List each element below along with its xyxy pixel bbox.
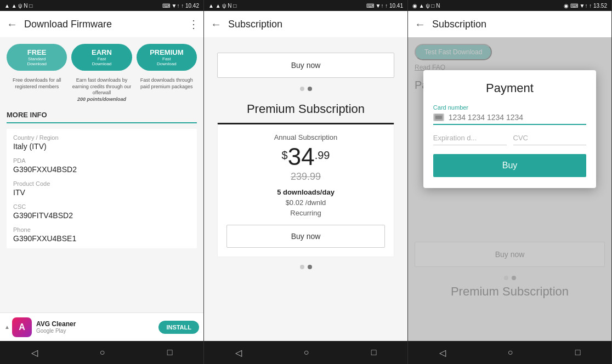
content-1: FREE StandardDownload EARN FastDownload … [0, 37, 203, 312]
nav-home-2[interactable]: ○ [293, 343, 320, 362]
product-code-label: Product Code [13, 180, 190, 187]
pda-label: PDA [13, 157, 190, 164]
cvc-field[interactable]: CVC [513, 133, 587, 145]
status-bar-3: ◉ ▲ ψ □ N ◉ ⌨ ▼↑ ↑ 13.52 [408, 0, 611, 11]
panel-subscription: ▲ ▲ ψ N □ ⌨ ▼↑ ↑ 10.41 ← Subscription Bu… [204, 0, 408, 364]
price-strikethrough: 239.99 [226, 171, 385, 183]
card-feature-2: $0.02 /dwnld [226, 198, 385, 207]
expiry-field[interactable]: Expiration d... [433, 133, 507, 145]
expiry-cvc-row: Expiration d... CVC [433, 133, 586, 145]
earn-option-badge[interactable]: EARN FastDownload [71, 44, 132, 71]
ad-app-icon: A [12, 317, 32, 337]
csc-label: CSC [13, 203, 190, 210]
dot-b2 [308, 265, 312, 269]
device-info-block: Country / Region Italy (ITV) PDA G390FXX… [7, 129, 197, 248]
dot-b1 [300, 265, 304, 269]
more-menu-icon-1[interactable]: ⋮ [188, 18, 199, 31]
download-options: FREE StandardDownload EARN FastDownload … [7, 44, 197, 71]
nav-bar-3: ◁ ○ □ [408, 341, 611, 364]
pda-field: PDA G390FXXU4BSD2 [13, 157, 190, 174]
price-cents: .99 [315, 149, 330, 162]
product-code-value: ITV [13, 188, 190, 197]
nav-recent-2[interactable]: □ [360, 343, 388, 362]
nav-recent-3[interactable]: □ [564, 343, 592, 362]
country-field: Country / Region Italy (ITV) [13, 134, 190, 151]
premium-desc: Fast downloads through paid premium pack… [137, 77, 197, 103]
free-badge-sub: StandardDownload [10, 56, 64, 66]
panel-download-firmware: ▲ ▲ ψ N □ ⌨ ▼↑ ↑ 10.42 ← Download Firmwa… [0, 0, 204, 364]
app-bar-1: ← Download Firmware ⋮ [0, 11, 203, 37]
ad-store-name: Google Play [36, 328, 158, 334]
nav-home-1[interactable]: ○ [89, 343, 116, 362]
back-button-1[interactable]: ← [4, 16, 20, 33]
pda-value: G390FXXU4BSD2 [13, 165, 190, 174]
status-left-3: ◉ ▲ ψ □ N [412, 3, 440, 9]
nav-bar-2: ◁ ○ □ [204, 341, 407, 364]
earn-desc: Earn fast downloads by earning credits t… [71, 77, 132, 103]
card-subtitle: Annual Subscription [226, 133, 385, 141]
nav-home-3[interactable]: ○ [497, 343, 524, 362]
ad-text: AVG Cleaner Google Play [36, 320, 158, 334]
buy-now-top-button[interactable]: Buy now [217, 53, 394, 78]
install-button[interactable]: INSTALL [158, 321, 199, 334]
dots-indicator-bottom [217, 265, 394, 269]
subscription-content: Buy now Premium Subscription Annual Subs… [211, 44, 401, 278]
card-number-label: Card number [433, 104, 586, 111]
status-left-2: ▲ ▲ ψ N □ [208, 3, 236, 9]
card-number-row[interactable] [433, 113, 586, 125]
cvc-placeholder: CVC [513, 134, 528, 142]
premium-badge-title: PREMIUM [140, 48, 194, 56]
product-code-field: Product Code ITV [13, 180, 190, 197]
status-bar-1: ▲ ▲ ψ N □ ⌨ ▼↑ ↑ 10.42 [0, 0, 203, 11]
csc-field: CSC G390FITV4BSD2 [13, 203, 190, 220]
expiry-placeholder: Expiration d... [433, 134, 477, 142]
nav-back-2[interactable]: ◁ [224, 343, 253, 362]
free-option-badge[interactable]: FREE StandardDownload [7, 44, 67, 71]
ad-app-name: AVG Cleaner [36, 320, 158, 328]
nav-bar-1: ◁ ○ □ [0, 341, 203, 364]
premium-badge-sub: FastDownload [140, 56, 194, 66]
app-bar-3: ← Subscription [408, 11, 611, 37]
card-chip-icon [433, 113, 444, 121]
free-desc: Free downloads for all registered member… [7, 77, 67, 103]
more-info-divider [7, 122, 197, 123]
nav-back-3[interactable]: ◁ [428, 343, 457, 362]
dot-2 [308, 87, 312, 91]
app-bar-2: ← Subscription [204, 11, 407, 37]
status-bar-2: ▲ ▲ ψ N □ ⌨ ▼↑ ↑ 10.41 [204, 0, 407, 11]
premium-option-badge[interactable]: PREMIUM FastDownload [137, 44, 197, 71]
buy-modal-button[interactable]: Buy [433, 154, 586, 177]
card-price: $ 34 .99 [226, 145, 385, 169]
nav-recent-1[interactable]: □ [156, 343, 184, 362]
page-title-2: Subscription [228, 19, 403, 30]
more-info-label: MORE INFO [7, 111, 197, 119]
card-number-input[interactable] [449, 113, 586, 122]
ad-label: ▲ [4, 324, 10, 330]
content-2: Buy now Premium Subscription Annual Subs… [204, 37, 407, 341]
back-button-2[interactable]: ← [208, 16, 224, 33]
content-3: Test Fast Download Read FAQ Pack of Down… [408, 37, 611, 341]
phone-label: Phone [13, 226, 190, 233]
dots-indicator-top [217, 87, 394, 91]
price-main: 34 [288, 145, 315, 169]
country-label: Country / Region [13, 134, 190, 141]
status-right-1: ⌨ ▼↑ ↑ 10.42 [162, 3, 199, 9]
payment-overlay: Payment Card number Expiration d... CVC [408, 37, 611, 341]
payment-modal-title: Payment [433, 81, 586, 95]
premium-section-title: Premium Subscription [217, 102, 394, 116]
panel-payment: ◉ ▲ ψ □ N ◉ ⌨ ▼↑ ↑ 13.52 ← Subscription … [408, 0, 612, 364]
free-badge-title: FREE [10, 48, 64, 56]
price-dollar: $ [282, 149, 288, 162]
payment-modal: Payment Card number Expiration d... CVC [423, 70, 596, 188]
back-button-3[interactable]: ← [412, 16, 428, 33]
ad-bar: ▲ A AVG Cleaner Google Play INSTALL [0, 312, 203, 341]
csc-value: G390FITV4BSD2 [13, 211, 190, 220]
page-title-1: Download Firmware [24, 19, 188, 30]
svg-rect-1 [435, 116, 442, 119]
buy-now-card-button[interactable]: Buy now [226, 225, 385, 248]
earn-badge-sub: FastDownload [75, 56, 128, 66]
status-left-1: ▲ ▲ ψ N □ [4, 3, 32, 9]
premium-card: Annual Subscription $ 34 .99 239.99 5 do… [217, 123, 394, 257]
nav-back-1[interactable]: ◁ [20, 343, 49, 362]
option-descriptions: Free downloads for all registered member… [7, 77, 197, 103]
